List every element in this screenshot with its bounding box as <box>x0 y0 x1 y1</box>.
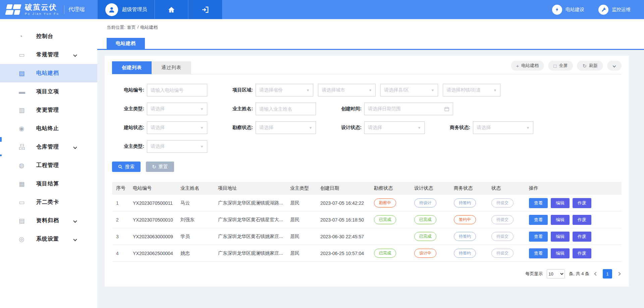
sidebar: ◔ 控制台 ▭ 常规管理 ▤ 电站建档 ▬ 项目立项 ▥ 变更管理 ◉ 电站终止… <box>0 19 97 308</box>
select-arrow-icon: ▼ <box>418 126 421 130</box>
date-range-picker[interactable]: 请选择日期范围 <box>364 103 453 115</box>
status-badge: 待提交 <box>491 249 514 258</box>
status-badge: 待提交 <box>491 232 514 241</box>
design-status-badge: 设计中 <box>414 249 436 258</box>
document-icon: ▤ <box>19 69 28 77</box>
sidebar-item-warehouse[interactable]: 品 仓库管理 <box>0 138 97 156</box>
table-header-row: 序号 电站编号 业主姓名 项目地址 业主类型 创建日期 勘察状态 设计状态 商务… <box>112 182 622 195</box>
sidebar-scrollbar-thumb[interactable] <box>0 155 2 156</box>
sidebar-item-settlement[interactable]: ▦ 项目结算 <box>0 175 97 193</box>
select-arrow-icon: ▼ <box>200 145 204 148</box>
design-status-select[interactable]: 请选择 ▼ <box>364 121 425 134</box>
portal-label: 代理端 <box>68 6 85 13</box>
refresh-button[interactable]: ↻ 刷新 <box>577 61 603 71</box>
owner-name-input[interactable] <box>259 106 312 112</box>
view-button[interactable]: 查看 <box>529 215 548 225</box>
sidebar-item-console[interactable]: ◔ 控制台 <box>0 27 97 46</box>
prev-page-button[interactable] <box>593 271 599 276</box>
edit-button[interactable]: 编辑 <box>551 248 570 258</box>
town-select[interactable]: 请选择村镇/街道 ▼ <box>443 84 500 97</box>
business-status-select[interactable]: 请选择 ▼ <box>473 121 533 134</box>
county-select[interactable]: 请选择县/区 ▼ <box>380 84 438 97</box>
reset-button[interactable]: ↻ 重置 <box>146 162 174 172</box>
nav-station-build[interactable]: 电站建设 <box>552 5 584 15</box>
sidebar-scrollbar-thumb[interactable] <box>0 137 2 142</box>
header-quick-links: 电站建设 监控运维 <box>552 0 644 19</box>
sidebar-item-engineering[interactable]: ◍ 工程管理 <box>0 156 97 175</box>
content: 创建列表 通过列表 + 电站建档 □ 全屏 ↻ 刷新 <box>97 50 644 308</box>
edit-button[interactable]: 编辑 <box>551 198 570 208</box>
settings-icon: ◎ <box>19 235 28 243</box>
select-arrow-icon: ▼ <box>306 88 310 92</box>
select-arrow-icon: ▼ <box>369 88 372 92</box>
sign-out-icon <box>201 6 209 14</box>
edit-button[interactable]: 编辑 <box>551 232 570 242</box>
owner-type-select[interactable]: 请选择 ▼ <box>147 103 207 115</box>
select-arrow-icon: ▼ <box>526 126 530 130</box>
table-row: 2 YX2023070500010 刘强东 广东深圳龙华区黄石镇星官大... 居… <box>112 211 622 228</box>
nav-monitor-ops[interactable]: 监控运维 <box>598 5 631 15</box>
view-button[interactable]: 查看 <box>529 198 548 208</box>
edit-button[interactable]: 编辑 <box>551 215 570 225</box>
sidebar-item-station-termination[interactable]: ◉ 电站终止 <box>0 119 97 138</box>
logout-button[interactable] <box>188 0 222 19</box>
select-arrow-icon: ▼ <box>200 107 204 111</box>
home-button[interactable] <box>154 0 188 19</box>
chevron-down-icon <box>73 145 77 149</box>
tab-create-list[interactable]: 创建列表 <box>112 61 152 74</box>
search-button[interactable]: 搜索 <box>112 162 141 172</box>
void-button[interactable]: 作废 <box>573 248 591 258</box>
page-tab-station-archive[interactable]: 电站建档 <box>107 38 145 49</box>
owner-type2-select[interactable]: 请选择 ▼ <box>147 140 207 153</box>
fullscreen-button[interactable]: □ 全屏 <box>548 61 573 71</box>
region-label: 项目区域: <box>221 87 253 93</box>
breadcrumb-home[interactable]: 首页 <box>127 24 136 30</box>
void-button[interactable]: 作废 <box>573 215 591 225</box>
breadcrumb-current[interactable]: 电站建档 <box>140 24 158 30</box>
view-button[interactable]: 查看 <box>529 248 548 258</box>
app-subtitle: Po Jian Yun Fu <box>25 12 59 15</box>
per-page-select[interactable]: 10 <box>547 269 565 279</box>
owner-name-label: 业主姓名: <box>221 106 253 112</box>
design-status-label: 设计状态: <box>329 125 362 131</box>
select-arrow-icon: ▼ <box>431 88 434 92</box>
survey-status-select[interactable]: 请选择 ▼ <box>256 121 316 134</box>
sidebar-item-system-settings[interactable]: ◎ 系统设置 <box>0 230 97 248</box>
city-select[interactable]: 请选择城市 ▼ <box>318 84 376 97</box>
gauge-icon: ◍ <box>19 162 28 169</box>
build-status-select[interactable]: 请选择 ▼ <box>147 121 207 134</box>
sidebar-item-data-archive[interactable]: ▤ 资料归档 <box>0 211 97 230</box>
sidebar-item-station-archive[interactable]: ▤ 电站建档 <box>0 64 97 82</box>
design-status-badge: 已完成 <box>414 232 436 241</box>
app-logo <box>6 4 21 15</box>
owner-type2-label: 业主类型: <box>112 143 144 149</box>
void-button[interactable]: 作废 <box>573 232 591 242</box>
collapse-toolbar-button[interactable] <box>607 61 622 71</box>
wrench-icon <box>601 7 606 12</box>
next-page-button[interactable] <box>616 271 622 276</box>
chevron-down-icon <box>73 53 77 57</box>
page-number[interactable]: 1 <box>603 269 612 279</box>
station-code-input[interactable] <box>151 87 204 93</box>
sidebar-item-general-management[interactable]: ▭ 常规管理 <box>0 46 97 64</box>
tab-passed-list[interactable]: 通过列表 <box>152 61 191 74</box>
nav-label: 电站建设 <box>566 7 584 13</box>
station-table: 序号 电站编号 业主姓名 项目地址 业主类型 创建日期 勘察状态 设计状态 商务… <box>112 182 622 262</box>
chevron-left-icon <box>594 272 598 275</box>
province-select[interactable]: 请选择省份 ▼ <box>256 84 313 97</box>
copy-icon: ▥ <box>19 106 28 114</box>
sidebar-item-change-management[interactable]: ▥ 变更管理 <box>0 101 97 119</box>
plus-icon: + <box>516 63 519 68</box>
station-archive-card: 创建列表 通过列表 + 电站建档 □ 全屏 ↻ 刷新 <box>105 56 629 287</box>
create-station-button[interactable]: + 电站建档 <box>511 61 544 71</box>
chevron-down-icon <box>73 219 77 223</box>
user-menu[interactable]: 超级管理员 <box>97 0 154 19</box>
fullscreen-icon: □ <box>553 63 556 68</box>
view-button[interactable]: 查看 <box>529 232 548 242</box>
sidebar-item-project-initiation[interactable]: ▬ 项目立项 <box>0 82 97 101</box>
business-status-badge: 待签约 <box>454 232 476 241</box>
sidebar-item-type2-card[interactable]: ▭ 开二类卡 <box>0 193 97 211</box>
status-badge: 待提交 <box>491 215 514 224</box>
void-button[interactable]: 作废 <box>573 198 591 208</box>
business-status-badge: 签约中 <box>454 215 476 224</box>
